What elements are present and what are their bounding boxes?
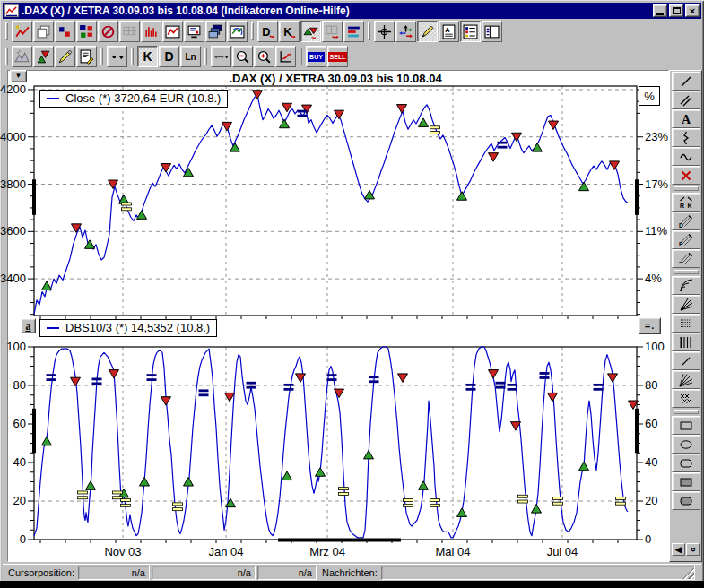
hatch-eq-icon: = (679, 252, 693, 266)
text-icon: A (679, 112, 693, 126)
vertical-lines-tool[interactable] (672, 333, 700, 351)
svg-text:=: = (679, 260, 682, 266)
application-window: .DAX (X) / XETRA 30.09.03 bis 10.08.04 (… (0, 0, 704, 588)
svg-text:4000: 4000 (0, 130, 26, 143)
indicator-legend: DBS10/3 (*) 14,5352 (10.8.) (39, 319, 217, 337)
support-resistance-icon: RK (679, 195, 693, 210)
status-bar: Cursorposition: n/a n/a n/a Nachrichten: (3, 564, 701, 581)
gann-fan-tool[interactable] (672, 370, 700, 389)
legend-line-sample (47, 98, 59, 99)
svg-text:R: R (680, 203, 684, 209)
toolbar-separator (674, 270, 699, 274)
svg-text:0: 0 (20, 532, 26, 546)
svg-text:E: E (679, 241, 683, 247)
hatch-eq-tool[interactable]: = (672, 249, 700, 268)
fibonacci-arcs-tool[interactable] (672, 276, 700, 295)
scroll-left-button[interactable]: ◀ (672, 543, 685, 556)
svg-text:20: 20 (13, 494, 26, 507)
chart-canvas[interactable]: 4200400038003600340023%17%11%4%100806040… (0, 0, 704, 588)
parallel-lines-tool[interactable] (672, 91, 700, 109)
filled-rounded-rect-icon (679, 494, 693, 508)
retracement-rows-tool[interactable] (672, 314, 700, 333)
rectangle-icon (679, 419, 693, 433)
svg-text:Jan 04: Jan 04 (208, 545, 243, 558)
speed-lines-icon (679, 298, 693, 312)
svg-text:60: 60 (13, 417, 26, 430)
x-axis-labels: Nov 03Jan 04Mrz 04Mai 04Jul 04 (104, 545, 578, 558)
svg-text:Mai 04: Mai 04 (435, 545, 470, 558)
svg-text:4%: 4% (645, 272, 662, 285)
speed-lines-tool[interactable] (672, 295, 700, 314)
chart-title: .DAX (X) / XETRA 30.09.03 bis 10.08.04 (34, 72, 637, 85)
short-line-icon (679, 354, 693, 368)
event-period-bar (278, 539, 401, 542)
price-plot[interactable]: 4200400038003600340023%17%11%4% (0, 82, 668, 319)
scroll-more-button[interactable]: « (686, 543, 700, 556)
support-resistance-tool[interactable]: RK (672, 193, 700, 212)
price-legend: Close (*) 3720,64 EUR (10.8.) (39, 90, 228, 108)
trendline-tool[interactable] (672, 72, 700, 91)
svg-text:60: 60 (645, 417, 657, 430)
rounded-rect-tool[interactable] (672, 454, 700, 472)
gann-fan-icon (679, 373, 693, 387)
cursor-position-label: Cursorposition: (8, 567, 74, 578)
indicator-properties-button[interactable]: =. (639, 317, 661, 334)
collapse-pane-button[interactable]: ▼ (10, 70, 27, 82)
svg-text:40: 40 (645, 455, 657, 469)
crosshatch-icon (679, 392, 693, 406)
svg-text:Jul 04: Jul 04 (547, 545, 578, 558)
svg-text:40: 40 (13, 455, 26, 469)
trendline-icon (679, 74, 693, 89)
ellipse-tool[interactable] (672, 435, 700, 454)
hatch-e-tool[interactable]: E (672, 230, 700, 249)
svg-text:17%: 17% (645, 177, 668, 191)
rectangle-tool[interactable] (672, 416, 700, 435)
svg-text:Mrz 04: Mrz 04 (309, 545, 345, 558)
svg-text:0: 0 (645, 532, 651, 546)
retracement-rows-icon (679, 316, 693, 331)
bottom-strip (0, 581, 704, 588)
percent-axis-label: % (639, 86, 660, 106)
pane-a-button[interactable]: a (21, 318, 36, 333)
svg-text:3800: 3800 (0, 177, 26, 191)
svg-text:100: 100 (6, 340, 26, 353)
price-legend-text: Close (*) 3720,64 EUR (10.8.) (65, 91, 221, 105)
svg-text:11%: 11% (645, 224, 667, 238)
filled-rounded-rect-tool[interactable] (672, 491, 700, 510)
messages-field (381, 566, 695, 580)
short-line-tool[interactable] (672, 351, 700, 370)
signal-markers (42, 370, 639, 517)
hatch-d-tool[interactable]: D (672, 212, 700, 230)
hatch-e-icon: E (679, 233, 693, 247)
svg-text:100: 100 (645, 340, 665, 353)
rounded-rect-icon (679, 456, 693, 471)
delete-drawing-icon (679, 169, 693, 183)
vertical-lines-icon (679, 335, 693, 350)
svg-text:80: 80 (13, 378, 26, 392)
zigzag-tool[interactable] (672, 128, 700, 147)
svg-text:4200: 4200 (0, 82, 26, 96)
cursor-field-3: n/a (257, 566, 317, 580)
svg-text:A: A (682, 113, 691, 126)
svg-text:23%: 23% (645, 130, 668, 143)
freehand-curve-icon (679, 150, 693, 164)
crosshatch-tool[interactable] (672, 389, 700, 408)
toolbar-separator (674, 410, 699, 414)
svg-text:3600: 3600 (0, 224, 26, 238)
ellipse-icon (679, 437, 693, 452)
resize-grip[interactable] (682, 567, 694, 579)
indicator-legend-text: DBS10/3 (*) 14,5352 (10.8.) (65, 321, 210, 334)
svg-text:80: 80 (645, 378, 657, 392)
indicator-plot[interactable]: 100806040200100806040200 (6, 340, 664, 546)
hatch-d-icon: D (679, 214, 693, 229)
svg-text:D: D (679, 222, 683, 229)
parallel-lines-icon (679, 93, 693, 108)
drawing-toolbar: ARKDE=◀« (669, 70, 702, 562)
text-tool[interactable]: A (672, 109, 700, 128)
svg-text:3400: 3400 (0, 272, 26, 285)
freehand-curve-tool[interactable] (672, 147, 700, 166)
svg-text:20: 20 (645, 494, 657, 507)
filled-rect-tool[interactable] (672, 472, 700, 491)
double-chevron-down-icon: « (688, 547, 699, 552)
delete-drawing-tool[interactable] (672, 166, 700, 185)
